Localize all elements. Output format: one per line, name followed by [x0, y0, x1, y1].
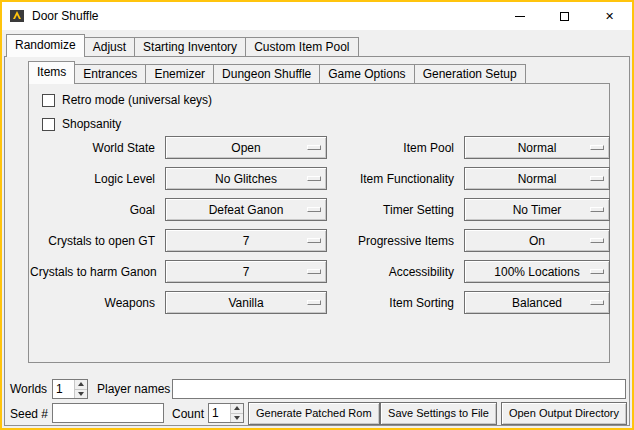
- minimize-button[interactable]: [497, 2, 542, 30]
- progressive-items-label: Progressive Items: [332, 234, 459, 248]
- worlds-spin-up-button[interactable]: [75, 380, 87, 389]
- save-settings-button[interactable]: Save Settings to File: [380, 402, 497, 425]
- tab-custom-item-pool[interactable]: Custom Item Pool: [245, 37, 358, 56]
- logic-level-label: Logic Level: [30, 172, 160, 186]
- progressive-items-dropdown[interactable]: On: [464, 229, 610, 252]
- dropdown-indicator-icon: [590, 207, 604, 212]
- generate-patched-rom-button[interactable]: Generate Patched Rom: [248, 402, 380, 425]
- crystals-gt-label: Crystals to open GT: [30, 234, 160, 248]
- crystals-ganon-dropdown[interactable]: 7: [165, 260, 327, 283]
- dropdown-indicator-icon: [307, 207, 321, 212]
- dropdown-indicator-icon: [590, 238, 604, 243]
- dropdown-indicator-icon: [590, 269, 604, 274]
- weapons-label: Weapons: [30, 296, 160, 310]
- weapons-dropdown[interactable]: Vanilla: [165, 291, 327, 314]
- minimize-icon: [515, 16, 525, 17]
- window: Door Shuffle ✕ Randomize Adjust Starting…: [0, 0, 634, 430]
- item-functionality-label: Item Functionality: [332, 172, 459, 186]
- retro-mode-checkbox[interactable]: [42, 94, 55, 107]
- maximize-button[interactable]: [542, 2, 587, 30]
- inner-tabstrip: Items Entrances Enemizer Dungeon Shuffle…: [28, 61, 525, 83]
- arrow-up-icon: [78, 382, 84, 386]
- accessibility-dropdown[interactable]: 100% Locations: [464, 260, 610, 283]
- arrow-up-icon: [234, 406, 240, 410]
- outer-tabstrip: Randomize Adjust Starting Inventory Cust…: [6, 34, 358, 56]
- dropdown-indicator-icon: [307, 176, 321, 181]
- tab-starting-inventory[interactable]: Starting Inventory: [134, 37, 246, 56]
- dropdown-indicator-icon: [590, 300, 604, 305]
- world-state-label: World State: [30, 141, 160, 155]
- close-icon: ✕: [605, 11, 614, 22]
- accessibility-label: Accessibility: [332, 265, 459, 279]
- count-spin-up-button[interactable]: [231, 404, 243, 413]
- window-title: Door Shuffle: [32, 9, 99, 23]
- shopsanity-label: Shopsanity: [62, 117, 121, 131]
- crystals-ganon-label: Crystals to harm Ganon: [30, 265, 160, 279]
- dropdown-indicator-icon: [307, 269, 321, 274]
- tab-entrances[interactable]: Entrances: [74, 64, 146, 83]
- crystals-gt-dropdown[interactable]: 7: [165, 229, 327, 252]
- app-icon: [9, 8, 25, 24]
- settings-grid: World State Open Item Pool Normal Logic …: [30, 136, 610, 314]
- maximize-icon: [560, 12, 569, 21]
- dropdown-indicator-icon: [590, 176, 604, 181]
- tab-dungeon-shuffle[interactable]: Dungeon Shuffle: [213, 64, 320, 83]
- shopsanity-checkbox-row: Shopsanity: [42, 116, 121, 132]
- goal-label: Goal: [30, 203, 160, 217]
- item-functionality-dropdown[interactable]: Normal: [464, 167, 610, 190]
- tab-generation-setup[interactable]: Generation Setup: [414, 64, 526, 83]
- retro-mode-label: Retro mode (universal keys): [62, 93, 212, 107]
- titlebar: Door Shuffle ✕: [2, 2, 632, 30]
- dropdown-indicator-icon: [307, 238, 321, 243]
- open-output-directory-button[interactable]: Open Output Directory: [501, 402, 627, 425]
- items-panel: Retro mode (universal keys) Shopsanity W…: [28, 83, 610, 363]
- arrow-down-icon: [78, 392, 84, 396]
- player-names-label: Player names: [97, 379, 170, 399]
- goal-dropdown[interactable]: Defeat Ganon: [165, 198, 327, 221]
- output-button-group: Save Settings to File Open Output Direct…: [380, 402, 627, 425]
- count-spin-down-button[interactable]: [231, 413, 243, 423]
- shopsanity-checkbox[interactable]: [42, 118, 55, 131]
- item-pool-label: Item Pool: [332, 141, 459, 155]
- close-button[interactable]: ✕: [587, 2, 632, 30]
- tab-items[interactable]: Items: [28, 61, 75, 83]
- item-sorting-label: Item Sorting: [332, 296, 459, 310]
- tab-game-options[interactable]: Game Options: [319, 64, 414, 83]
- worlds-label: Worlds: [10, 379, 47, 399]
- tab-enemizer[interactable]: Enemizer: [145, 64, 214, 83]
- seed-input[interactable]: [52, 403, 164, 423]
- timer-setting-dropdown[interactable]: No Timer: [464, 198, 610, 221]
- item-pool-dropdown[interactable]: Normal: [464, 136, 610, 159]
- arrow-down-icon: [234, 416, 240, 420]
- dropdown-indicator-icon: [307, 300, 321, 305]
- dropdown-indicator-icon: [590, 145, 604, 150]
- dropdown-indicator-icon: [307, 145, 321, 150]
- tab-adjust[interactable]: Adjust: [84, 37, 135, 56]
- timer-setting-label: Timer Setting: [332, 203, 459, 217]
- retro-mode-checkbox-row: Retro mode (universal keys): [42, 92, 212, 108]
- worlds-spinner[interactable]: 1: [52, 379, 88, 399]
- worlds-spin-down-button[interactable]: [75, 389, 87, 399]
- logic-level-dropdown[interactable]: No Glitches: [165, 167, 327, 190]
- count-spinner[interactable]: 1: [208, 403, 244, 423]
- tab-randomize[interactable]: Randomize: [6, 34, 85, 56]
- item-sorting-dropdown[interactable]: Balanced: [464, 291, 610, 314]
- seed-label: Seed #: [10, 404, 48, 424]
- world-state-dropdown[interactable]: Open: [165, 136, 327, 159]
- count-label: Count: [172, 404, 204, 424]
- player-names-input[interactable]: [172, 379, 626, 399]
